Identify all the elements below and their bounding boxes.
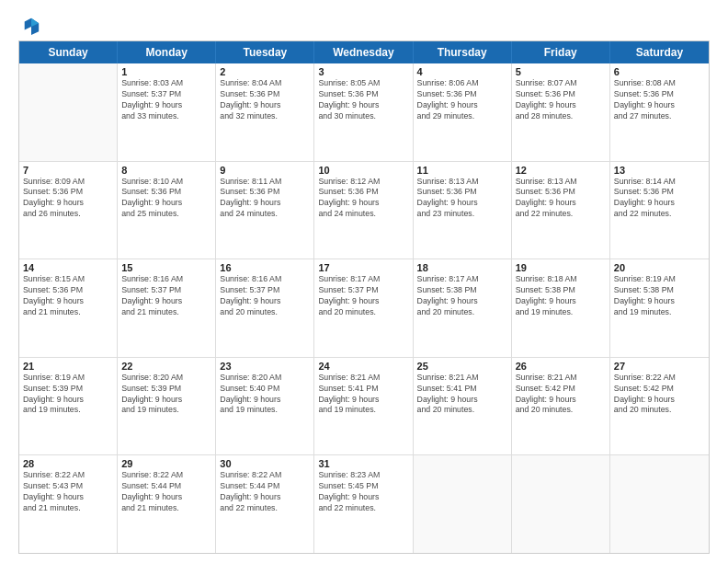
day-number: 9 <box>220 165 310 176</box>
day-info: Sunrise: 8:22 AM Sunset: 5:44 PM Dayligh… <box>121 470 211 514</box>
day-info: Sunrise: 8:08 AM Sunset: 5:36 PM Dayligh… <box>614 78 705 122</box>
day-info: Sunrise: 8:22 AM Sunset: 5:44 PM Dayligh… <box>220 470 310 514</box>
day-info: Sunrise: 8:19 AM Sunset: 5:38 PM Dayligh… <box>614 274 705 318</box>
day-number: 4 <box>417 66 507 77</box>
day-info: Sunrise: 8:17 AM Sunset: 5:37 PM Dayligh… <box>318 274 408 318</box>
header-day-sunday: Sunday <box>19 41 118 63</box>
day-number: 28 <box>23 458 113 469</box>
day-info: Sunrise: 8:03 AM Sunset: 5:37 PM Dayligh… <box>121 78 211 122</box>
calendar-day-6: 6Sunrise: 8:08 AM Sunset: 5:36 PM Daylig… <box>610 63 709 161</box>
day-number: 7 <box>23 165 113 176</box>
day-info: Sunrise: 8:16 AM Sunset: 5:37 PM Dayligh… <box>121 274 211 318</box>
calendar-day-27: 27Sunrise: 8:22 AM Sunset: 5:42 PM Dayli… <box>610 358 709 455</box>
day-number: 17 <box>318 262 408 273</box>
calendar-day-13: 13Sunrise: 8:14 AM Sunset: 5:36 PM Dayli… <box>610 162 709 259</box>
header-day-friday: Friday <box>512 41 610 63</box>
day-info: Sunrise: 8:20 AM Sunset: 5:39 PM Dayligh… <box>121 373 211 417</box>
day-number: 5 <box>516 66 606 77</box>
calendar-day-28: 28Sunrise: 8:22 AM Sunset: 5:43 PM Dayli… <box>19 455 118 553</box>
calendar-day-11: 11Sunrise: 8:13 AM Sunset: 5:36 PM Dayli… <box>414 162 512 259</box>
calendar-day-15: 15Sunrise: 8:16 AM Sunset: 5:37 PM Dayli… <box>118 259 216 357</box>
day-info: Sunrise: 8:20 AM Sunset: 5:40 PM Dayligh… <box>220 373 310 417</box>
header-day-wednesday: Wednesday <box>314 41 413 63</box>
day-info: Sunrise: 8:22 AM Sunset: 5:43 PM Dayligh… <box>23 470 113 514</box>
day-number: 25 <box>417 361 507 372</box>
day-number: 30 <box>220 458 310 469</box>
header-day-thursday: Thursday <box>414 41 512 63</box>
calendar-day-8: 8Sunrise: 8:10 AM Sunset: 5:36 PM Daylig… <box>118 162 216 259</box>
day-info: Sunrise: 8:22 AM Sunset: 5:42 PM Dayligh… <box>614 373 705 417</box>
day-info: Sunrise: 8:05 AM Sunset: 5:36 PM Dayligh… <box>318 78 408 122</box>
calendar-body: 1Sunrise: 8:03 AM Sunset: 5:37 PM Daylig… <box>19 63 709 553</box>
day-info: Sunrise: 8:17 AM Sunset: 5:38 PM Dayligh… <box>417 274 507 318</box>
calendar-day-empty <box>512 455 610 553</box>
calendar-week-4: 21Sunrise: 8:19 AM Sunset: 5:39 PM Dayli… <box>19 358 709 456</box>
calendar-day-19: 19Sunrise: 8:18 AM Sunset: 5:38 PM Dayli… <box>512 259 610 357</box>
page: SundayMondayTuesdayWednesdayThursdayFrid… <box>0 0 728 563</box>
day-number: 11 <box>417 165 507 176</box>
calendar: SundayMondayTuesdayWednesdayThursdayFrid… <box>18 40 710 554</box>
day-number: 15 <box>121 262 211 273</box>
day-number: 2 <box>220 66 310 77</box>
calendar-day-empty <box>19 63 118 161</box>
day-number: 18 <box>417 262 507 273</box>
day-number: 14 <box>23 262 113 273</box>
day-info: Sunrise: 8:13 AM Sunset: 5:36 PM Dayligh… <box>417 177 507 221</box>
day-info: Sunrise: 8:15 AM Sunset: 5:36 PM Dayligh… <box>23 274 113 318</box>
calendar-day-empty <box>414 455 512 553</box>
calendar-day-31: 31Sunrise: 8:23 AM Sunset: 5:45 PM Dayli… <box>314 455 413 553</box>
day-info: Sunrise: 8:21 AM Sunset: 5:42 PM Dayligh… <box>516 373 606 417</box>
calendar-week-3: 14Sunrise: 8:15 AM Sunset: 5:36 PM Dayli… <box>19 259 709 358</box>
day-number: 26 <box>516 361 606 372</box>
calendar-week-1: 1Sunrise: 8:03 AM Sunset: 5:37 PM Daylig… <box>19 63 709 162</box>
day-number: 10 <box>318 165 408 176</box>
calendar-day-18: 18Sunrise: 8:17 AM Sunset: 5:38 PM Dayli… <box>414 259 512 357</box>
day-info: Sunrise: 8:09 AM Sunset: 5:36 PM Dayligh… <box>23 177 113 221</box>
day-info: Sunrise: 8:13 AM Sunset: 5:36 PM Dayligh… <box>516 177 606 221</box>
calendar-day-12: 12Sunrise: 8:13 AM Sunset: 5:36 PM Dayli… <box>512 162 610 259</box>
calendar-day-26: 26Sunrise: 8:21 AM Sunset: 5:42 PM Dayli… <box>512 358 610 455</box>
calendar-day-20: 20Sunrise: 8:19 AM Sunset: 5:38 PM Dayli… <box>610 259 709 357</box>
calendar-day-2: 2Sunrise: 8:04 AM Sunset: 5:36 PM Daylig… <box>216 63 314 161</box>
day-info: Sunrise: 8:07 AM Sunset: 5:36 PM Dayligh… <box>516 78 606 122</box>
header-day-saturday: Saturday <box>610 41 709 63</box>
day-number: 20 <box>614 262 705 273</box>
calendar-day-3: 3Sunrise: 8:05 AM Sunset: 5:36 PM Daylig… <box>314 63 413 161</box>
logo-icon <box>22 17 40 35</box>
calendar-day-5: 5Sunrise: 8:07 AM Sunset: 5:36 PM Daylig… <box>512 63 610 161</box>
day-number: 13 <box>614 165 705 176</box>
day-info: Sunrise: 8:18 AM Sunset: 5:38 PM Dayligh… <box>516 274 606 318</box>
day-info: Sunrise: 8:12 AM Sunset: 5:36 PM Dayligh… <box>318 177 408 221</box>
calendar-day-17: 17Sunrise: 8:17 AM Sunset: 5:37 PM Dayli… <box>314 259 413 357</box>
calendar-header: SundayMondayTuesdayWednesdayThursdayFrid… <box>19 41 709 63</box>
calendar-day-16: 16Sunrise: 8:16 AM Sunset: 5:37 PM Dayli… <box>216 259 314 357</box>
calendar-day-22: 22Sunrise: 8:20 AM Sunset: 5:39 PM Dayli… <box>118 358 216 455</box>
day-number: 12 <box>516 165 606 176</box>
calendar-day-25: 25Sunrise: 8:21 AM Sunset: 5:41 PM Dayli… <box>414 358 512 455</box>
day-info: Sunrise: 8:10 AM Sunset: 5:36 PM Dayligh… <box>121 177 211 221</box>
day-info: Sunrise: 8:19 AM Sunset: 5:39 PM Dayligh… <box>23 373 113 417</box>
calendar-day-30: 30Sunrise: 8:22 AM Sunset: 5:44 PM Dayli… <box>216 455 314 553</box>
day-info: Sunrise: 8:11 AM Sunset: 5:36 PM Dayligh… <box>220 177 310 221</box>
calendar-day-24: 24Sunrise: 8:21 AM Sunset: 5:41 PM Dayli… <box>314 358 413 455</box>
calendar-day-10: 10Sunrise: 8:12 AM Sunset: 5:36 PM Dayli… <box>314 162 413 259</box>
day-number: 21 <box>23 361 113 372</box>
calendar-day-29: 29Sunrise: 8:22 AM Sunset: 5:44 PM Dayli… <box>118 455 216 553</box>
logo <box>18 17 40 31</box>
calendar-week-2: 7Sunrise: 8:09 AM Sunset: 5:36 PM Daylig… <box>19 162 709 260</box>
day-info: Sunrise: 8:23 AM Sunset: 5:45 PM Dayligh… <box>318 470 408 514</box>
day-number: 31 <box>318 458 408 469</box>
calendar-day-7: 7Sunrise: 8:09 AM Sunset: 5:36 PM Daylig… <box>19 162 118 259</box>
day-info: Sunrise: 8:04 AM Sunset: 5:36 PM Dayligh… <box>220 78 310 122</box>
calendar-day-1: 1Sunrise: 8:03 AM Sunset: 5:37 PM Daylig… <box>118 63 216 161</box>
calendar-week-5: 28Sunrise: 8:22 AM Sunset: 5:43 PM Dayli… <box>19 455 709 553</box>
day-number: 19 <box>516 262 606 273</box>
header <box>18 17 710 31</box>
day-info: Sunrise: 8:14 AM Sunset: 5:36 PM Dayligh… <box>614 177 705 221</box>
calendar-day-14: 14Sunrise: 8:15 AM Sunset: 5:36 PM Dayli… <box>19 259 118 357</box>
calendar-day-empty <box>610 455 709 553</box>
day-number: 24 <box>318 361 408 372</box>
calendar-day-4: 4Sunrise: 8:06 AM Sunset: 5:36 PM Daylig… <box>414 63 512 161</box>
day-info: Sunrise: 8:21 AM Sunset: 5:41 PM Dayligh… <box>318 373 408 417</box>
calendar-day-9: 9Sunrise: 8:11 AM Sunset: 5:36 PM Daylig… <box>216 162 314 259</box>
